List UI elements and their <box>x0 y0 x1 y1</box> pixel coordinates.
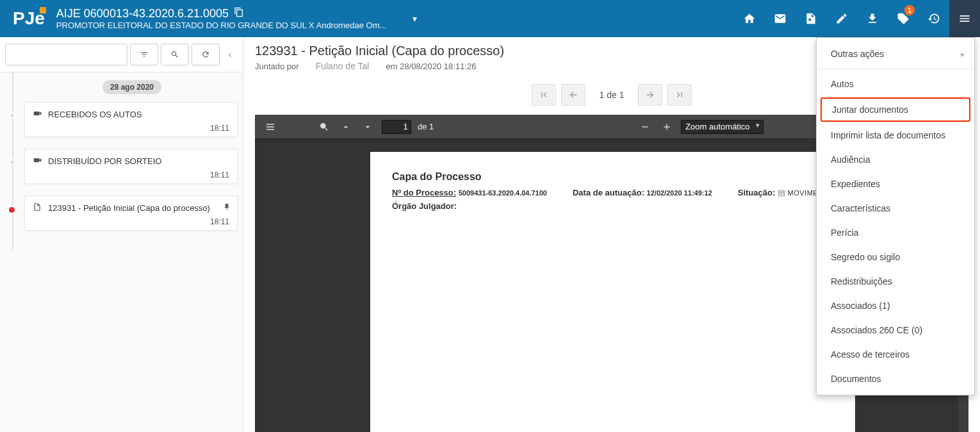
prev-page-button[interactable] <box>561 84 585 106</box>
menu-other-actions[interactable]: Outras ações <box>817 42 974 66</box>
timeline-dot-active <box>8 206 16 214</box>
filter-button[interactable] <box>130 44 158 65</box>
history-icon[interactable] <box>919 0 949 37</box>
timeline-card[interactable]: DISTRIBUÍDO POR SORTEIO 18:11 <box>24 149 238 184</box>
megaphone-icon <box>33 156 42 167</box>
menu-pericia[interactable]: Perícia <box>817 220 974 245</box>
menu-audiencia[interactable]: Audiência <box>817 147 974 172</box>
timeline-dot <box>9 112 15 119</box>
pdf-next-icon[interactable] <box>360 119 375 135</box>
timeline-card[interactable]: RECEBIDOS OS AUTOS 18:11 <box>24 102 238 137</box>
copy-icon[interactable] <box>234 7 244 21</box>
timeline-item-label: 123931 - Petição Inicial (Capa do proces… <box>48 203 210 213</box>
menu-autos[interactable]: Autos <box>817 72 974 96</box>
timeline-sidebar: ‹ 28 ago 2020 RECEBIDOS OS AUTOS 18:11 <box>0 37 243 432</box>
pdf-prev-icon[interactable] <box>338 119 354 135</box>
case-parties: PROMOTOR ELEITORAL DO ESTADO DO RIO GRAN… <box>56 21 387 30</box>
app-header: PJe AIJE 0600013-43.2020.6.21.0005 PROMO… <box>0 0 980 37</box>
document-date: 28/08/2020 18:11:26 <box>400 62 476 71</box>
edit-icon[interactable] <box>826 0 857 37</box>
zoom-select[interactable]: Zoom automático <box>681 120 764 134</box>
first-page-button[interactable] <box>532 84 556 106</box>
document-add-icon[interactable] <box>796 0 826 37</box>
pdf-org-label: Órgão Julgador: <box>392 201 457 211</box>
menu-associados[interactable]: Associados (1) <box>817 294 974 318</box>
menu-redistribuicoes[interactable]: Redistribuições <box>817 269 974 294</box>
case-number: AIJE 0600013-43.2020.6.21.0005 <box>56 7 229 21</box>
search-input[interactable] <box>5 44 127 65</box>
timeline-dot <box>9 159 15 165</box>
megaphone-icon <box>33 109 42 120</box>
menu-icon[interactable] <box>949 0 980 37</box>
tag-icon[interactable]: 1 <box>888 0 919 37</box>
menu-imprimir-lista[interactable]: Imprimir lista de documentos <box>817 123 974 147</box>
pdf-page-input[interactable] <box>382 120 411 134</box>
zoom-out-icon[interactable] <box>637 119 653 135</box>
menu-acesso-terceiros[interactable]: Acesso de terceiros <box>817 342 974 367</box>
menu-expedientes[interactable]: Expedientes <box>817 172 974 196</box>
refresh-button[interactable] <box>192 44 220 65</box>
timeline-item-time: 18:11 <box>33 120 229 133</box>
home-icon[interactable] <box>734 0 765 37</box>
case-title-block: AIJE 0600013-43.2020.6.21.0005 PROMOTOR … <box>56 7 387 30</box>
app-logo: PJe <box>0 8 56 29</box>
notification-badge: 1 <box>904 5 915 15</box>
next-page-button[interactable] <box>638 84 662 106</box>
timeline-item-time: 18:11 <box>33 167 229 179</box>
menu-segredo[interactable]: Segredo ou sigilo <box>817 245 974 269</box>
timeline-item-time: 18:11 <box>33 213 229 226</box>
timeline-date-chip: 28 ago 2020 <box>102 80 161 94</box>
download-icon[interactable] <box>857 0 888 37</box>
pdf-heading: Capa do Processo <box>392 171 842 183</box>
header-expand-icon[interactable]: ▾ <box>399 13 430 24</box>
collapse-sidebar-icon[interactable]: ‹ <box>222 44 238 65</box>
menu-caracteristicas[interactable]: Características <box>817 196 974 220</box>
pager-text: 1 de 1 <box>591 90 633 100</box>
timeline-item-label: DISTRIBUÍDO POR SORTEIO <box>48 156 161 166</box>
last-page-button[interactable] <box>667 84 692 106</box>
pin-icon[interactable] <box>223 203 231 213</box>
pdf-sidebar-toggle-icon[interactable] <box>263 119 278 135</box>
zoom-in-icon[interactable] <box>659 119 674 135</box>
menu-documentos[interactable]: Documentos <box>817 367 974 391</box>
mail-icon[interactable] <box>765 0 796 37</box>
timeline-card[interactable]: 123931 - Petição Inicial (Capa do proces… <box>24 195 238 231</box>
actions-menu: Outras ações Autos Juntar documentos Imp… <box>816 37 975 395</box>
menu-associados-260[interactable]: Associados 260 CE (0) <box>817 318 974 342</box>
pdf-page: Capa do Processo Nº do Processo: 5009431… <box>368 152 855 432</box>
pdf-page-total: de 1 <box>418 122 434 131</box>
timeline-item-label: RECEBIDOS OS AUTOS <box>48 110 142 119</box>
document-author: Fulano de Tal <box>316 61 370 71</box>
menu-juntar-documentos[interactable]: Juntar documentos <box>821 97 970 122</box>
search-button[interactable] <box>161 44 189 65</box>
pdf-search-icon[interactable] <box>316 119 332 135</box>
joined-by-label: Juntado por <box>255 62 299 71</box>
file-icon <box>33 203 42 213</box>
menu-separator <box>817 69 974 69</box>
